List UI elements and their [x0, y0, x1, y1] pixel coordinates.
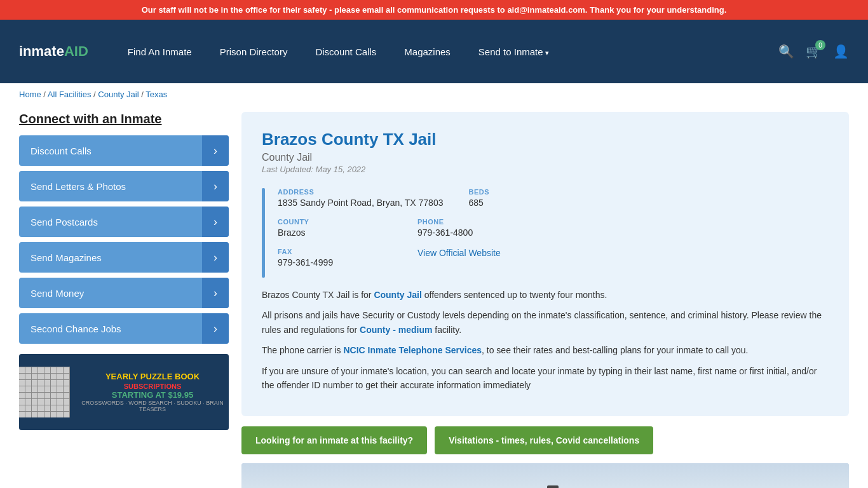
nav-discount-calls[interactable]: Discount Calls: [301, 40, 390, 64]
desc-para-3: The phone carrier is NCIC Inmate Telepho…: [262, 343, 829, 357]
phone-label: PHONE: [417, 218, 532, 226]
county-medium-link[interactable]: County - medium: [360, 325, 432, 335]
sidebar-btn-arrow-second-chance: ›: [202, 313, 229, 344]
ad-sub: SUBSCRIPTIONS: [76, 383, 229, 390]
facility-name: Brazos County TX Jail: [262, 130, 829, 149]
nav-find-inmate[interactable]: Find An Inmate: [114, 40, 206, 64]
facility-sky-bg: [241, 463, 849, 488]
sidebar-btn-label-send-letters: Send Letters & Photos: [19, 181, 202, 192]
facility-section: Brazos County TX Jail County Jail Last U…: [241, 112, 849, 488]
fax-label: FAX: [278, 248, 392, 255]
sidebar: Connect with an Inmate Discount Calls › …: [19, 112, 229, 488]
address-value: 1835 Sandy Point Road, Bryan, TX 77803: [278, 198, 443, 208]
sidebar-title: Connect with an Inmate: [19, 112, 229, 126]
ad-puzzle-image: [19, 367, 70, 417]
logo-text: inmateAID: [19, 43, 88, 59]
beds-label: BEDS: [468, 188, 583, 196]
detail-phone: PHONE 979-361-4800: [417, 218, 532, 238]
sidebar-btn-arrow-send-magazines: ›: [202, 242, 229, 273]
ncic-link[interactable]: NCIC Inmate Telephone Services: [343, 345, 482, 355]
sidebar-btn-label-send-magazines: Send Magazines: [19, 252, 202, 263]
ad-title: YEARLY PUZZLE BOOK: [76, 372, 229, 383]
county-jail-link[interactable]: County Jail: [374, 290, 421, 300]
detail-website: View Official Website: [417, 248, 532, 268]
user-icon[interactable]: 👤: [833, 44, 849, 59]
sidebar-ad[interactable]: YEARLY PUZZLE BOOK SUBSCRIPTIONS STARTIN…: [19, 354, 229, 430]
header: inmateAID Find An Inmate Prison Director…: [0, 20, 868, 83]
desc-para-2: All prisons and jails have Security or C…: [262, 308, 829, 337]
alert-text: Our staff will not be in the office for …: [142, 5, 727, 15]
main-content: Connect with an Inmate Discount Calls › …: [0, 105, 868, 488]
sidebar-btn-arrow-send-postcards: ›: [202, 207, 229, 237]
detail-row-3: FAX 979-361-4999 View Official Website: [278, 248, 829, 268]
sidebar-btn-label-second-chance: Second Chance Jobs: [19, 323, 202, 334]
website-link[interactable]: View Official Website: [417, 248, 501, 258]
breadcrumb: Home / All Facilities / County Jail / Te…: [0, 83, 868, 105]
nav-magazines[interactable]: Magazines: [390, 40, 465, 64]
fax-value: 979-361-4999: [278, 257, 392, 268]
cta-buttons: Looking for an inmate at this facility? …: [241, 426, 849, 454]
facility-type: County Jail: [262, 152, 829, 163]
breadcrumb-home[interactable]: Home: [19, 90, 41, 99]
alert-banner: Our staff will not be in the office for …: [0, 0, 868, 20]
facility-card: Brazos County TX Jail County Jail Last U…: [241, 112, 849, 416]
detail-beds: BEDS 685: [468, 188, 583, 208]
ad-text-block: YEARLY PUZZLE BOOK SUBSCRIPTIONS STARTIN…: [76, 372, 229, 412]
main-nav: Find An Inmate Prison Directory Discount…: [114, 40, 778, 64]
looking-for-inmate-button[interactable]: Looking for an inmate at this facility?: [241, 426, 427, 454]
sidebar-btn-arrow-send-money: ›: [202, 278, 229, 308]
beds-value: 685: [468, 198, 583, 208]
desc-para-1: Brazos County TX Jail is for County Jail…: [262, 288, 829, 302]
light-image: [547, 485, 559, 488]
sidebar-btn-discount-calls[interactable]: Discount Calls ›: [19, 135, 229, 166]
breadcrumb-county-jail[interactable]: County Jail: [98, 90, 139, 99]
address-label: ADDRESS: [278, 188, 443, 196]
ad-price: STARTING AT $19.95: [76, 390, 229, 400]
phone-value: 979-361-4800: [417, 227, 532, 238]
facility-updated: Last Updated: May 15, 2022: [262, 165, 829, 174]
breadcrumb-texas[interactable]: Texas: [146, 90, 167, 99]
facility-image: [241, 463, 849, 488]
county-label: COUNTY: [278, 218, 392, 226]
sidebar-btn-arrow-send-letters: ›: [202, 171, 229, 201]
nav-prison-directory[interactable]: Prison Directory: [206, 40, 302, 64]
sidebar-btn-label-discount-calls: Discount Calls: [19, 146, 202, 156]
sidebar-btn-send-postcards[interactable]: Send Postcards ›: [19, 207, 229, 237]
search-icon[interactable]: 🔍: [778, 44, 794, 59]
cart-badge: 0: [815, 40, 825, 50]
sidebar-btn-label-send-postcards: Send Postcards: [19, 217, 202, 227]
sidebar-btn-send-letters[interactable]: Send Letters & Photos ›: [19, 171, 229, 201]
breadcrumb-all-facilities[interactable]: All Facilities: [48, 90, 92, 99]
detail-fax: FAX 979-361-4999: [278, 248, 392, 268]
detail-county: COUNTY Brazos: [278, 218, 392, 238]
visitations-button[interactable]: Visitations - times, rules, Covid cancel…: [435, 426, 653, 454]
ad-types: CROSSWORDS · WORD SEARCH · SUDOKU · BRAI…: [76, 400, 229, 412]
nav-icons: 🔍 🛒 0 👤: [778, 44, 849, 59]
sidebar-btn-send-money[interactable]: Send Money ›: [19, 278, 229, 308]
logo[interactable]: inmateAID: [19, 43, 88, 60]
sidebar-btn-arrow-discount-calls: ›: [202, 135, 229, 166]
detail-row-2: COUNTY Brazos PHONE 979-361-4800: [278, 218, 829, 238]
desc-para-4: If you are unsure of your inmate's locat…: [262, 364, 829, 393]
detail-blue-bar: [262, 188, 265, 278]
sidebar-btn-label-send-money: Send Money: [19, 288, 202, 299]
sidebar-btn-second-chance[interactable]: Second Chance Jobs ›: [19, 313, 229, 344]
detail-address: ADDRESS 1835 Sandy Point Road, Bryan, TX…: [278, 188, 443, 208]
cart-icon[interactable]: 🛒 0: [806, 44, 822, 59]
detail-row-1: ADDRESS 1835 Sandy Point Road, Bryan, TX…: [278, 188, 829, 208]
sidebar-btn-send-magazines[interactable]: Send Magazines ›: [19, 242, 229, 273]
county-value: Brazos: [278, 227, 392, 238]
nav-send-to-inmate[interactable]: Send to Inmate: [465, 40, 563, 64]
